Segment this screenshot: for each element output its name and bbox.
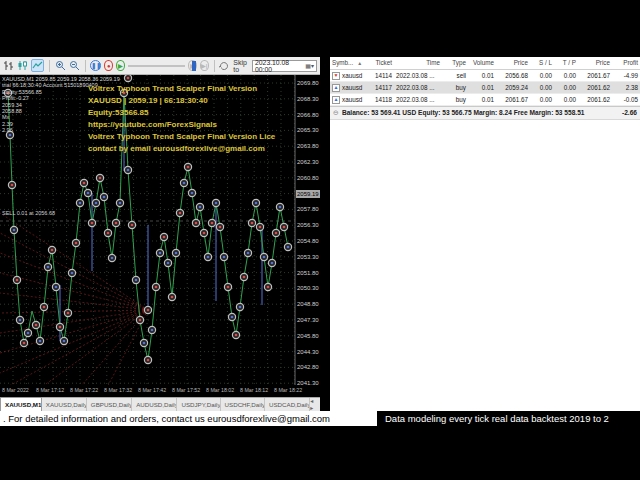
trend-rays [0,213,148,385]
candlestick-chart-icon[interactable] [17,59,28,72]
col-sl[interactable]: S / L [530,57,554,69]
time-tick: 8 Mar 2022 [2,387,29,393]
table-row[interactable]: ▼xauusd 14114 2022.03.08 ... sell 0.01 2… [330,70,640,82]
time-axis: 8 Mar 20228 Mar 17:128 Mar 17:228 Mar 17… [0,385,320,397]
buy-order-icon: ▲ [332,84,340,92]
time-tick: 8 Mar 17:52 [172,387,200,393]
zoom-in-icon[interactable] [55,59,66,72]
ea-equity: Equity:53566.85 [88,107,275,119]
price-tick: 2057.80 [297,205,320,213]
table-row[interactable]: ▲xauusd 14117 2022.03.08 ... buy 0.01 20… [330,82,640,94]
message-strip: . For detailed information and orders, c… [0,411,640,426]
toolbar-separator [214,60,215,72]
skip-date-input[interactable]: 2023.10.08 00:00 ▦▾ [252,60,317,72]
toolbar-separator [49,60,50,72]
video-frame: ❚❚ ● ▶ ▶ ▶| Skip to 2023.10.08 00:00 ▦▾ … [0,0,640,480]
col-volume[interactable]: Volume [468,57,496,69]
col-time[interactable]: Time [394,57,442,69]
time-tick: 8 Mar 17:22 [70,387,98,393]
ea-youtube-link: https://youtube.com/ForexSignals [88,119,275,131]
price-tick: 2056.30 [297,221,320,229]
pause-button[interactable]: ❚❚ [90,60,101,71]
price-tick: 2042.80 [297,363,320,371]
slider-track [128,65,186,67]
skip-to-label: Skip to [233,59,249,73]
price-tick: 2060.80 [297,174,320,182]
price-tick: 2048.80 [297,300,320,308]
contact-message: . For detailed information and orders, c… [0,411,377,426]
price-tick: 2051.80 [297,269,320,277]
slider-handle[interactable] [192,61,196,71]
calendar-icon[interactable]: ▦▾ [305,62,314,69]
time-tick: 8 Mar 17:42 [138,387,166,393]
ea-contact: contact by email eurousdforexlive@gmail.… [88,143,275,155]
col-price-current[interactable]: Price [578,57,612,69]
tab-xauusd-daily[interactable]: XAUUSD,Daily [42,398,87,411]
col-profit[interactable]: Profit [612,57,640,69]
time-tick: 8 Mar 18:02 [206,387,234,393]
account-summary-row: ⊖ Balance: 53 569.41 USD Equity: 53 566.… [330,106,640,120]
ea-symbol-price: XAUUSD | 2059.19 | 66:18:30:40 [88,95,275,107]
price-tick: 2068.30 [297,95,320,103]
col-tp[interactable]: T / P [554,57,578,69]
price-tick: 2066.80 [297,111,320,119]
tester-toolbar: ❚❚ ● ▶ ▶ ▶| Skip to 2023.10.08 00:00 ▦▾ [0,57,320,75]
terminal-trade-panel: Symb...▲ Ticket Time Type Volume Price S… [330,57,640,411]
tab-xauusd-m1[interactable]: XAUUSD,M1 [0,397,42,411]
skip-date-value: 2023.10.08 00:00 [255,59,305,73]
price-tick: 2050.30 [297,284,320,292]
buy-order-icon: ▲ [332,96,340,104]
line-chart-icon[interactable] [31,59,44,72]
summary-icon: ⊖ [333,107,339,119]
price-tick: 2045.80 [297,332,320,340]
price-tick: 2069.80 [297,79,320,87]
sell-order-icon: ▼ [332,72,340,80]
col-type[interactable]: Type [442,57,468,69]
chart-tab-bar: XAUUSD,M1XAUUSD,DailyGBPUSD,DailyAUDUSD,… [0,397,320,411]
play-button[interactable]: ▶ [116,60,125,71]
speed-slider[interactable] [128,61,186,71]
chart-window: XAUUSD,M1 2059.85 2059.19 2058.36 2059.1… [0,75,320,397]
backtest-message: Data modeling every tick real data backt… [377,411,640,426]
time-tick: 8 Mar 17:32 [104,387,132,393]
tab-gbpusd-daily[interactable]: GBPUSD,Daily [87,398,132,411]
ea-title: Voltrex Typhoon Trend Scalper Final Vers… [88,83,275,95]
col-price[interactable]: Price [496,57,530,69]
balance-text: Balance: 53 569.41 USD Equity: 53 566.75… [342,107,585,119]
toolbar-separator [85,60,86,72]
skip-clock-icon [219,57,229,75]
col-ticket[interactable]: Ticket [364,57,394,69]
time-tick: 8 Mar 18:12 [240,387,268,393]
time-tick: 8 Mar 18:22 [274,387,302,393]
stop-button[interactable]: ● [104,60,113,71]
price-tick: 2047.30 [297,316,320,324]
ea-license: Voltrex Typhoon Trend Scalper Final Vers… [88,131,275,143]
skip-end-button[interactable]: ▶| [200,60,209,71]
price-tick: 2063.80 [297,142,320,150]
bar-chart-icon[interactable] [3,59,14,72]
tab-usdchf-daily[interactable]: USDCHF,Daily [221,398,265,411]
ea-watermark: Voltrex Typhoon Trend Scalper Final Vers… [88,83,275,155]
sort-asc-icon: ▲ [357,57,362,69]
tab-usdcad-daily[interactable]: USDCAD,Daily [265,398,310,411]
tab-usdjpy-daily[interactable]: USDJPY,Daily [177,398,220,411]
price-tick: 2065.30 [297,126,320,134]
tab-scroll-arrows[interactable]: ◂ ▸ [310,397,320,411]
floating-profit: -2.66 [622,107,637,119]
current-price-tag: 2059.19 [296,190,320,198]
col-symbol[interactable]: Symb...▲ [330,57,364,69]
open-position-label: SELL 0.01 at 2056.68 [2,210,55,216]
zoom-out-icon[interactable] [69,59,80,72]
trade-table-header: Symb...▲ Ticket Time Type Volume Price S… [330,57,640,70]
table-row[interactable]: ▲xauusd 14118 2022.03.08 ... buy 0.01 20… [330,94,640,106]
price-tick: 2044.30 [297,348,320,356]
tab-audusd-daily[interactable]: AUDUSD,Daily [132,398,177,411]
time-tick: 8 Mar 17:12 [36,387,64,393]
price-tick: 2062.30 [297,158,320,166]
price-tick: 2053.30 [297,253,320,261]
price-tick: 2054.80 [297,237,320,245]
